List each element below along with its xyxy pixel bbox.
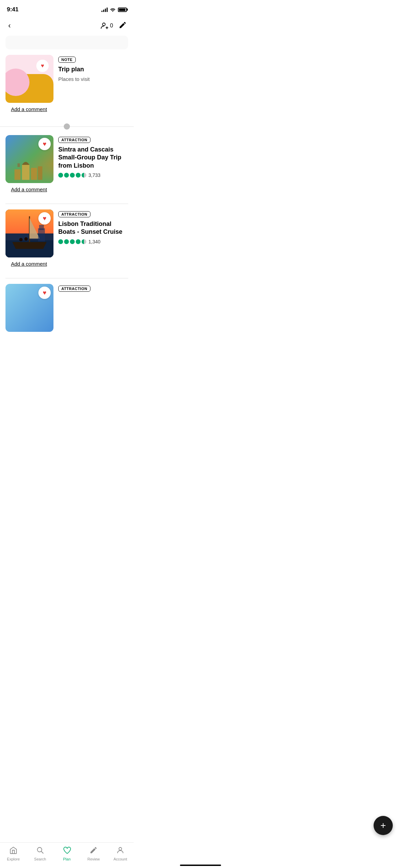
- svg-point-11: [24, 237, 28, 241]
- sintra-image-wrap: ♥: [5, 135, 53, 183]
- sintra-badge: ATTRACTION: [58, 137, 90, 143]
- battery-icon: [118, 8, 127, 12]
- member-count: 0: [110, 23, 113, 29]
- dot-5-half: [82, 173, 86, 178]
- dot-3: [70, 173, 75, 178]
- svg-rect-4: [38, 166, 42, 180]
- svg-point-0: [102, 23, 105, 26]
- trip-item-sintra: ♥ ATTRACTION Sintra and Cascais Small-Gr…: [0, 135, 134, 198]
- boats-info: ATTRACTION Lisbon Traditional Boats - Su…: [58, 209, 128, 244]
- add-member-button[interactable]: 0: [100, 22, 113, 30]
- svg-point-10: [19, 238, 23, 241]
- svg-rect-3: [31, 168, 37, 180]
- partial-image-wrap: ♥: [5, 284, 53, 332]
- header: ‹ 0: [0, 17, 134, 36]
- note-title: Trip plan: [58, 65, 128, 73]
- dot-b4: [76, 239, 81, 244]
- divider-dot-1: [0, 118, 134, 135]
- dot-b5-half: [82, 239, 86, 244]
- status-time: 9:41: [7, 6, 19, 13]
- sintra-rating: 3,733: [58, 172, 128, 178]
- note-heart-circle: ♥: [36, 60, 49, 72]
- back-button[interactable]: ‹: [7, 20, 12, 32]
- boats-review-count: 1,340: [88, 239, 100, 244]
- dot-b2: [64, 239, 69, 244]
- boats-title: Lisbon Traditional Boats - Sunset Cruise: [58, 220, 128, 236]
- wifi-icon: [110, 7, 116, 13]
- status-icons: [101, 7, 127, 13]
- header-actions: 0: [100, 21, 127, 31]
- note-badge: NOTE: [58, 57, 76, 63]
- partial-top-card: [5, 36, 128, 49]
- dot-1: [58, 173, 63, 178]
- partial-badge: ATTRACTION: [58, 286, 90, 292]
- sintra-info: ATTRACTION Sintra and Cascais Small-Grou…: [58, 135, 128, 178]
- dot-4: [76, 173, 81, 178]
- rating-dots-boats: [58, 239, 86, 244]
- pencil-icon: [119, 21, 127, 29]
- sintra-heart-button[interactable]: ♥: [38, 138, 51, 150]
- boats-rating: 1,340: [58, 239, 128, 244]
- heart-icon: ♥: [41, 63, 44, 69]
- dot-2: [64, 173, 69, 178]
- dot-b1: [58, 239, 63, 244]
- boats-badge: ATTRACTION: [58, 211, 90, 217]
- boats-heart-button[interactable]: ♥: [38, 212, 51, 225]
- boats-image-wrap: ♥: [5, 209, 53, 257]
- svg-rect-12: [38, 228, 45, 241]
- sintra-title: Sintra and Cascais Small-Group Day Trip …: [58, 146, 128, 170]
- svg-rect-13: [39, 225, 44, 230]
- heart-icon: ♥: [43, 289, 47, 297]
- trip-item-partial: ♥ ATTRACTION: [0, 278, 134, 337]
- add-comment-note[interactable]: Add a comment: [11, 106, 47, 112]
- sintra-review-count: 3,733: [88, 172, 100, 178]
- rating-dots: [58, 173, 86, 178]
- svg-rect-2: [22, 165, 29, 180]
- partial-info: ATTRACTION: [58, 284, 128, 294]
- trip-item-note: ♥ NOTE Trip plan Places to visit Add a c…: [0, 55, 134, 118]
- add-comment-boats[interactable]: Add a comment: [11, 261, 47, 267]
- add-comment-sintra[interactable]: Add a comment: [11, 186, 47, 192]
- partial-heart-button[interactable]: ♥: [38, 287, 51, 299]
- signal-icon: [101, 7, 108, 12]
- note-subtitle: Places to visit: [58, 76, 128, 82]
- note-info: NOTE Trip plan Places to visit: [58, 55, 128, 82]
- note-image: ♥: [5, 55, 53, 103]
- add-user-icon: [100, 22, 109, 30]
- svg-rect-5: [17, 164, 20, 167]
- heart-icon: ♥: [43, 141, 47, 148]
- heart-icon: ♥: [43, 215, 47, 222]
- castle-svg: [11, 157, 48, 181]
- content-scroll[interactable]: ♥ NOTE Trip plan Places to visit Add a c…: [0, 36, 134, 372]
- trip-item-boats: ♥ ATTRACTION Lisbon Traditional Boats - …: [0, 204, 134, 273]
- dot-b3: [70, 239, 75, 244]
- status-bar: 9:41: [0, 0, 134, 17]
- edit-button[interactable]: [119, 21, 127, 31]
- svg-rect-1: [14, 169, 21, 180]
